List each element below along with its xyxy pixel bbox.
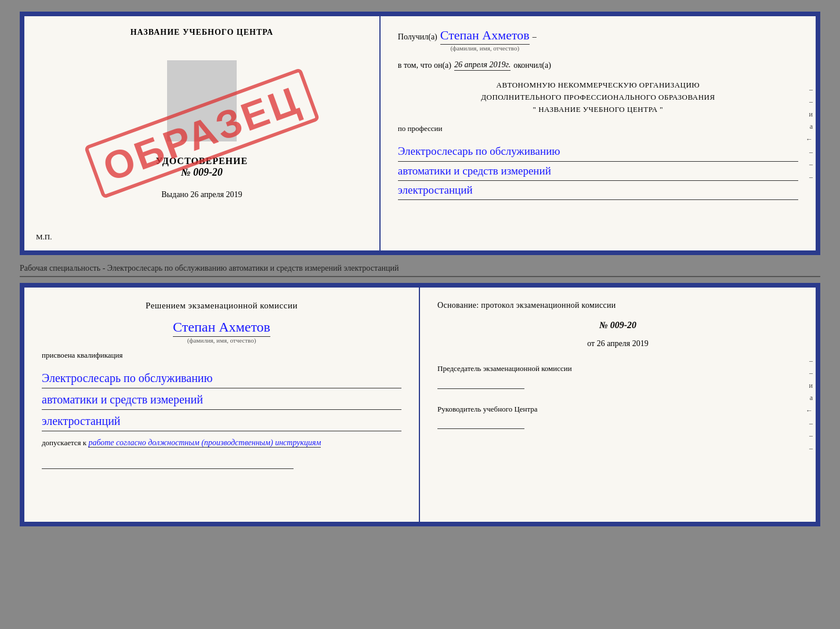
- top-right-panel: Получил(а) Степан Ахметов (фамилия, имя,…: [381, 16, 816, 250]
- org-block: АВТОНОМНУЮ НЕКОММЕРЧЕСКУЮ ОРГАНИЗАЦИЮ ДО…: [398, 79, 798, 115]
- dash-after-name: –: [533, 32, 537, 42]
- commission-title: Решением экзаменационной комиссии: [42, 299, 401, 312]
- chairman-block: Председатель экзаменационной комиссии: [437, 363, 798, 389]
- bottom-sig-line1: [42, 457, 294, 469]
- fio-subtitle-bottom: (фамилия, имя, отчество): [187, 337, 256, 344]
- director-sig-line: [437, 417, 524, 429]
- допускается-value: работе согласно должностным (производств…: [88, 438, 321, 448]
- from-label: от: [587, 339, 595, 348]
- bottom-right-side-decoration: ––иа←–––: [803, 288, 816, 522]
- separator-text: Рабочая специальность - Электрослесарь п…: [20, 261, 820, 277]
- osnov-label: Основание: протокол экзаменационной коми…: [437, 299, 798, 311]
- org-line3: " НАЗВАНИЕ УЧЕБНОГО ЦЕНТРА ": [398, 104, 798, 116]
- cert-title: УДОСТОВЕРЕНИЕ: [156, 156, 248, 166]
- mp-label: М.П.: [36, 232, 52, 242]
- qual-line3: электростанций: [42, 411, 401, 431]
- chairman-label: Председатель экзаменационной комиссии: [437, 363, 798, 375]
- director-label: Руководитель учебного Центра: [437, 403, 798, 415]
- qual-line2: автоматики и средств измерений: [42, 390, 401, 410]
- top-document: НАЗВАНИЕ УЧЕБНОГО ЦЕНТРА УДОСТОВЕРЕНИЕ №…: [20, 12, 820, 255]
- in-that-label: в том, что он(а): [398, 61, 451, 70]
- profession-label: по профессии: [398, 124, 798, 133]
- bottom-document: Решением экзаменационной комиссии Степан…: [20, 283, 820, 526]
- допускается-label: допускается к: [42, 438, 86, 447]
- school-title-top: НАЗВАНИЕ УЧЕБНОГО ЦЕНТРА: [131, 28, 273, 37]
- protocol-date-value: 26 апреля 2019: [597, 339, 649, 348]
- received-label: Получил(а): [398, 32, 437, 42]
- profession-line1: Электрослесарь по обслуживанию: [398, 142, 798, 161]
- director-block: Руководитель учебного Центра: [437, 403, 798, 430]
- bottom-right-panel: Основание: протокол экзаменационной коми…: [420, 288, 816, 522]
- profession-block: Электрослесарь по обслуживанию автоматик…: [398, 142, 798, 200]
- qual-line1: Электрослесарь по обслуживанию: [42, 368, 401, 388]
- person-name-bottom: Степан Ахметов: [173, 319, 270, 337]
- profession-line2: автоматики и средств измерений: [398, 162, 798, 181]
- recipient-name: Степан Ахметов: [440, 28, 530, 45]
- issued-date-value: 26 апреля 2019: [190, 190, 242, 199]
- completion-date: 26 апреля 2019г.: [454, 60, 510, 71]
- top-right-side-decoration: ––иа←–––: [803, 16, 816, 250]
- received-line: Получил(а) Степан Ахметов (фамилия, имя,…: [398, 28, 798, 52]
- bottom-left-panel: Решением экзаменационной комиссии Степан…: [24, 288, 420, 522]
- qual-assigned-label: присвоена квалификация: [42, 351, 401, 360]
- protocol-date-line: от 26 апреля 2019: [437, 339, 798, 348]
- date-completion-line: в том, что он(а) 26 апреля 2019г. окончи…: [398, 60, 798, 71]
- fio-subtitle-top: (фамилия, имя, отчество): [450, 45, 519, 52]
- finished-label: окончил(а): [513, 61, 551, 70]
- issued-line: Выдано 26 апреля 2019: [161, 190, 242, 199]
- допускается-block: допускается к работе согласно должностны…: [42, 438, 401, 448]
- cert-number: № 009-20: [181, 166, 223, 179]
- photo-area: [167, 60, 237, 141]
- person-name-block: Степан Ахметов (фамилия, имя, отчество): [42, 319, 401, 344]
- chairman-sig-line: [437, 377, 524, 389]
- protocol-number: № 009-20: [437, 320, 798, 330]
- issued-label: Выдано: [161, 190, 189, 199]
- profession-line3: электростанций: [398, 181, 798, 200]
- org-line1: АВТОНОМНУЮ НЕКОММЕРЧЕСКУЮ ОРГАНИЗАЦИЮ: [398, 79, 798, 92]
- qual-block: Электрослесарь по обслуживанию автоматик…: [42, 367, 401, 431]
- top-left-panel: НАЗВАНИЕ УЧЕБНОГО ЦЕНТРА УДОСТОВЕРЕНИЕ №…: [24, 16, 381, 250]
- org-line2: ДОПОЛНИТЕЛЬНОГО ПРОФЕССИОНАЛЬНОГО ОБРАЗО…: [398, 92, 798, 104]
